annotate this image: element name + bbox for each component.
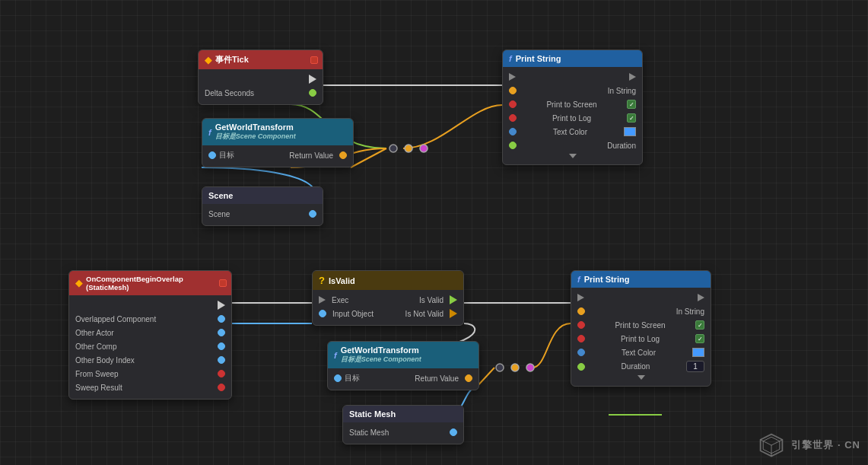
ps1-exec-out (629, 73, 636, 81)
print-string-1-title: Print String (516, 54, 561, 63)
gwt1-return-dot (339, 151, 347, 159)
ps2-duration-value[interactable]: 1 (686, 361, 704, 372)
overlap-body-dot (218, 356, 225, 364)
ps2-in-string-pin: In String (571, 304, 711, 318)
ps1-exec-row (503, 70, 642, 84)
print-string-1-node: f Print String In String Print to Screen… (502, 49, 643, 165)
scene-title: Scene (208, 191, 233, 200)
overlap-body: Overlapped Component Other Actor Other C… (69, 295, 231, 399)
event-tick-node: ◆ 事件Tick Delta Seconds (198, 49, 323, 105)
ps2-in-string-label: In String (676, 307, 704, 316)
gwt1-title: GetWorldTransform (215, 123, 296, 132)
overlap-sweep-result-dot (218, 384, 225, 391)
watermark: 引擎世界 · CN (758, 432, 860, 459)
delta-seconds-label: Delta Seconds (205, 89, 254, 97)
gwt1-header: f GetWorldTransform 目标是Scene Component (202, 119, 353, 145)
scene-label: Scene (208, 210, 230, 218)
ps2-print-screen-check[interactable]: ✓ (695, 320, 704, 330)
overlap-comp-pin: Other Comp (69, 339, 231, 353)
isvalid-input-row: Input Object Is Not Valid (313, 307, 463, 320)
gwt1-target-dot (208, 151, 216, 159)
overlap-sweep-result-label: Sweep Result (75, 384, 122, 392)
overlap-close[interactable] (219, 279, 227, 287)
ps1-print-screen-label: Print to Screen (546, 100, 596, 109)
ps2-print-screen-dot (577, 321, 585, 329)
overlap-sweep-result-pin: Sweep Result (69, 381, 231, 394)
overlap-overlapped-label: Overlapped Component (75, 315, 156, 323)
scene-node: Scene Scene (202, 186, 323, 226)
isvalid-not-valid-label: Is Not Valid (405, 310, 444, 318)
gwt2-header: f GetWorldTransform 目标是Scene Component (328, 342, 479, 368)
overlap-exec-pin (69, 298, 231, 312)
gwt2-title: GetWorldTransform (341, 346, 421, 355)
ps1-print-screen-check[interactable]: ✓ (627, 100, 636, 109)
overlap-actor-label: Other Actor (75, 329, 114, 337)
ps1-print-log-pin: Print to Log ✓ (503, 111, 642, 125)
event-tick-title: 事件Tick (215, 54, 249, 65)
ps1-duration-pin: Duration (503, 139, 642, 152)
gwt1-body: 目标 Return Value (202, 145, 353, 167)
scene-body: Scene (202, 204, 323, 225)
engine-world-logo (758, 432, 785, 459)
isvalid-exec-in-arrow (319, 296, 326, 304)
ps2-print-log-label: Print to Log (621, 335, 660, 343)
ps1-print-screen-pin: Print to Screen ✓ (503, 97, 642, 111)
ps1-duration-dot (509, 142, 517, 149)
ps2-in-string-dot (577, 307, 585, 315)
watermark-text: 引擎世界 · CN (791, 438, 860, 452)
gwt1-func-icon: f (208, 128, 211, 137)
isvalid-exec-row: Exec Is Valid (313, 293, 463, 307)
ps2-duration-label: Duration (622, 362, 650, 371)
ps2-body: In String Print to Screen ✓ Print to Log… (571, 288, 711, 386)
is-valid-question-icon: ? (319, 275, 325, 286)
ps2-title: Print String (584, 275, 630, 284)
isvalid-input-label: Input Object (332, 310, 374, 318)
scene-pin: Scene (202, 207, 323, 221)
ps2-text-color-label: Text Color (622, 349, 656, 357)
scene-dot (309, 210, 316, 218)
ps2-print-log-dot (577, 335, 585, 342)
ps2-text-color-dot (577, 349, 585, 356)
ps2-exec-in (577, 294, 584, 301)
ps2-exec-row (571, 291, 711, 304)
print-string-1-func-icon: f (509, 54, 512, 63)
overlap-diamond-icon: ◆ (75, 278, 82, 288)
static-mesh-header: Static Mesh (343, 406, 463, 422)
ps2-print-log-check[interactable]: ✓ (695, 334, 704, 343)
overlap-comp-dot (218, 342, 225, 350)
overlap-comp-label: Other Comp (75, 342, 116, 351)
print-string-2-node: f Print String In String Print to Screen… (571, 270, 711, 387)
overlap-sweep-pin: From Sweep (69, 367, 231, 381)
ps2-duration-dot (577, 363, 585, 371)
scene-header: Scene (202, 187, 323, 204)
event-tick-close[interactable] (310, 56, 318, 64)
gwt2-return-label: Return Value (415, 374, 459, 383)
static-mesh-pin: Static Mesh (343, 425, 463, 439)
ps1-in-string-dot (509, 87, 517, 94)
overlap-exec-out (218, 301, 225, 310)
get-world-transform-1-node: f GetWorldTransform 目标是Scene Component 目… (202, 118, 354, 167)
static-mesh-node: Static Mesh Static Mesh (342, 405, 464, 444)
gwt2-target-pin: 目标 Return Value (328, 371, 479, 385)
is-valid-header: ? IsValid (313, 271, 463, 290)
ps1-print-log-check[interactable]: ✓ (627, 113, 636, 123)
ps1-print-log-label: Print to Log (552, 114, 591, 123)
ps2-exec-out (698, 294, 704, 301)
ps2-text-color-pin: Text Color (571, 346, 711, 359)
ps1-print-log-dot (509, 114, 517, 122)
ps1-in-string-pin: In String (503, 84, 642, 97)
overlap-sweep-label: From Sweep (75, 370, 119, 378)
isvalid-is-valid-label: Is Valid (419, 296, 444, 304)
is-valid-node: ? IsValid Exec Is Valid Input Object Is … (312, 270, 464, 326)
ps1-color-swatch (624, 127, 636, 136)
delta-dot (309, 89, 316, 97)
overlap-body-idx-pin: Other Body Index (69, 353, 231, 367)
svg-line-8 (761, 440, 771, 445)
overlap-node: ◆ OnComponentBeginOverlap (StaticMesh) O… (68, 270, 232, 400)
print-string-1-body: In String Print to Screen ✓ Print to Log… (503, 67, 642, 164)
ps1-in-string-label: In String (608, 87, 636, 95)
event-tick-body: Delta Seconds (199, 69, 323, 104)
overlap-overlapped-pin: Overlapped Component (69, 312, 231, 326)
overlap-actor-pin: Other Actor (69, 326, 231, 339)
isvalid-exec-in-group: Exec (319, 296, 348, 304)
